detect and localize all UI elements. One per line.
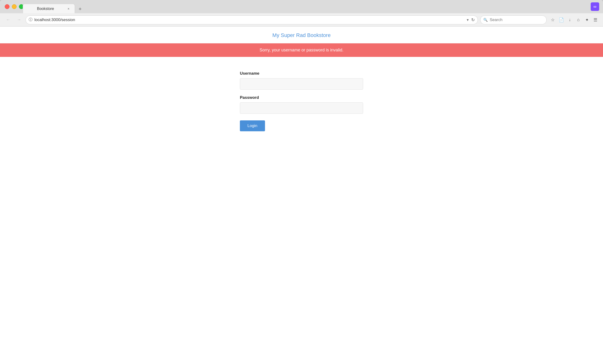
browser-window: Bookstore × + ∞ ← → ⓘ ▼ ↻ 🔍 ☆ 📄 ↓ ⌂ ✦ ☰ <box>0 0 603 364</box>
login-form: Username Password Login <box>240 71 363 131</box>
password-label: Password <box>240 95 363 100</box>
bookmark-star-button[interactable]: ☆ <box>549 16 557 24</box>
nav-action-buttons: ☆ 📄 ↓ ⌂ ✦ ☰ <box>549 16 599 24</box>
reload-button[interactable]: ↻ <box>471 17 475 23</box>
search-input[interactable] <box>490 18 544 22</box>
forward-button[interactable]: → <box>15 16 23 24</box>
password-group: Password <box>240 95 363 114</box>
tab-close-button[interactable]: × <box>66 6 71 11</box>
minimize-traffic-light[interactable] <box>12 4 17 9</box>
app-title: My Super Rad Bookstore <box>0 32 603 38</box>
shield-button[interactable]: ✦ <box>583 16 591 24</box>
close-traffic-light[interactable] <box>5 4 10 9</box>
back-button[interactable]: ← <box>4 16 12 24</box>
search-bar[interactable]: 🔍 <box>480 15 546 24</box>
title-bar: Bookstore × + ∞ <box>0 0 603 13</box>
info-icon: ⓘ <box>29 17 33 22</box>
form-area: Username Password Login <box>0 57 603 146</box>
reading-list-button[interactable]: 📄 <box>557 16 565 24</box>
error-banner: Sorry, your username or password is inva… <box>0 43 603 57</box>
search-icon: 🔍 <box>483 18 488 22</box>
address-bar[interactable]: ⓘ ▼ ↻ <box>26 15 478 24</box>
web-content: My Super Rad Bookstore Sorry, your usern… <box>0 26 603 364</box>
username-input[interactable] <box>240 78 363 90</box>
nav-bar: ← → ⓘ ▼ ↻ 🔍 ☆ 📄 ↓ ⌂ ✦ ☰ <box>0 13 603 26</box>
address-dropdown-icon[interactable]: ▼ <box>466 18 469 22</box>
app-header: My Super Rad Bookstore <box>0 26 603 43</box>
login-button[interactable]: Login <box>240 120 265 131</box>
home-button[interactable]: ⌂ <box>575 16 582 24</box>
address-input[interactable] <box>34 18 464 22</box>
traffic-lights <box>5 4 24 9</box>
active-tab[interactable]: Bookstore × <box>23 4 75 13</box>
downloads-button[interactable]: ↓ <box>566 16 574 24</box>
tabs-bar: Bookstore × + <box>23 4 84 13</box>
new-tab-button[interactable]: + <box>76 5 84 13</box>
extension-icon[interactable]: ∞ <box>591 2 599 11</box>
username-label: Username <box>240 71 363 76</box>
tab-title: Bookstore <box>27 7 64 11</box>
username-group: Username <box>240 71 363 90</box>
error-message: Sorry, your username or password is inva… <box>260 48 343 52</box>
menu-button[interactable]: ☰ <box>592 16 599 24</box>
password-input[interactable] <box>240 102 363 114</box>
